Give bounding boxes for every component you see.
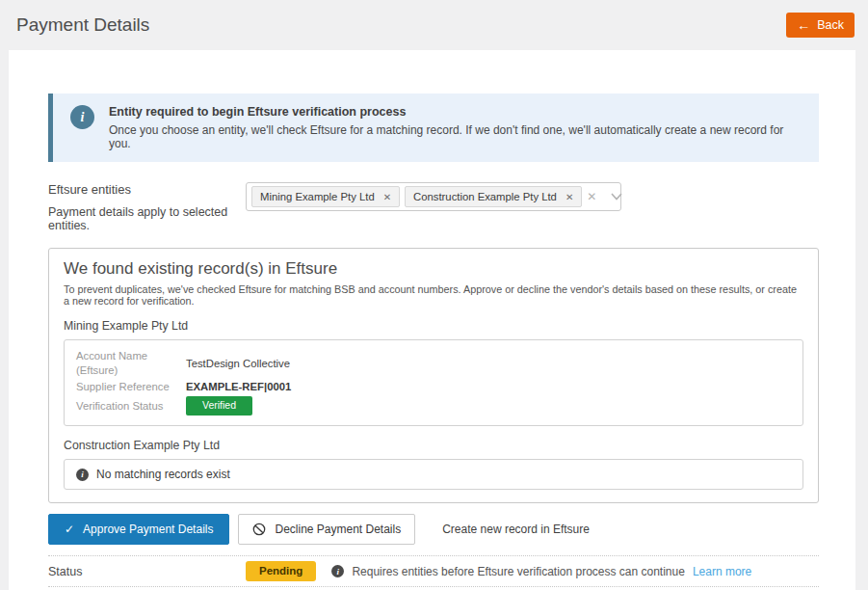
remove-tag-icon[interactable]: ✕ [566,192,573,202]
chevron-down-icon[interactable] [611,193,622,201]
decline-button-label: Decline Payment Details [275,523,401,536]
info-icon: i [70,105,94,129]
status-note: Requires entities before Eftsure verific… [352,565,685,578]
records-panel-description: To prevent duplicates, we've checked Eft… [64,283,803,307]
payment-details-card: i Entity required to begin Eftsure verif… [9,50,855,590]
details-table: Status Pending i Requires entities befor… [48,555,819,590]
approve-payment-details-button[interactable]: ✓ Approve Payment Details [48,514,229,545]
select-controls: ✕ [587,190,622,203]
detail-label: Status [48,565,246,578]
match-field-row: Verification Status Verified [76,396,791,416]
status-value: Pending i Requires entities before Eftsu… [246,561,751,581]
records-panel: We found existing record(s) in Eftsure T… [48,248,819,503]
nomatch-entity-name: Construction Example Pty Ltd [64,439,803,452]
match-field-row: Supplier Reference EXAMPLE-REF|0001 [76,380,791,394]
entity-tag-label: Construction Example Pty Ltd [413,191,557,202]
records-panel-title: We found existing record(s) in Eftsure [64,259,803,279]
entities-field-label: Eftsure entities [48,182,246,197]
no-match-message: No matching records exist [96,468,230,481]
entities-multiselect[interactable]: Mining Example Pty Ltd ✕ Construction Ex… [246,182,621,211]
info-banner-description: Once you choose an entity, we'll check E… [109,123,803,150]
no-match-record-card: i No matching records exist [64,459,803,490]
back-button-label: Back [817,18,844,32]
entity-tag: Construction Example Pty Ltd ✕ [405,186,582,207]
record-actions: ✓ Approve Payment Details Decline Paymen… [48,514,819,545]
decline-payment-details-button[interactable]: Decline Payment Details [238,514,415,545]
info-icon: i [331,565,344,577]
clear-selection-icon[interactable]: ✕ [587,190,596,203]
approve-button-label: Approve Payment Details [83,523,213,536]
check-icon: ✓ [65,523,74,536]
info-icon: i [76,469,89,481]
top-bar: Payment Details ← Back [0,0,868,50]
back-button[interactable]: ← Back [786,13,855,38]
entity-tag-label: Mining Example Pty Ltd [260,191,375,202]
match-field-label: Account Name (Eftsure) [76,349,172,378]
match-record-card: Account Name (Eftsure) TestDesign Collec… [64,339,803,426]
status-row: Status Pending i Requires entities befor… [48,555,819,586]
match-field-label: Supplier Reference [76,380,172,394]
match-field-row: Account Name (Eftsure) TestDesign Collec… [76,349,791,378]
info-banner: i Entity required to begin Eftsure verif… [48,94,819,162]
match-entity-name: Mining Example Pty Ltd [64,319,803,333]
info-banner-title: Entity required to begin Eftsure verific… [109,105,803,119]
detail-row-added-by: Added by Jane Doe on 12/02/2026 at 4:59p… [48,586,819,590]
learn-more-link[interactable]: Learn more [693,565,751,578]
remove-tag-icon[interactable]: ✕ [383,192,391,202]
create-new-record-button[interactable]: Create new record in Eftsure [429,515,603,544]
match-field-value: TestDesign Collective [186,357,290,371]
back-arrow-icon: ← [797,18,810,32]
info-banner-text: Entity required to begin Eftsure verific… [109,105,803,150]
page-title: Payment Details [16,14,149,36]
pending-status-badge: Pending [246,561,316,581]
prohibited-icon [252,523,266,536]
entities-field-help: Payment details apply to selected entiti… [48,205,246,232]
match-field-label: Verification Status [76,399,172,414]
verified-status-badge: Verified [186,396,252,416]
entities-field-row: Eftsure entities Payment details apply t… [48,182,819,232]
entities-field-labels: Eftsure entities Payment details apply t… [48,182,246,232]
match-field-value: EXAMPLE-REF|0001 [186,380,291,394]
entity-tag: Mining Example Pty Ltd ✕ [251,186,400,207]
